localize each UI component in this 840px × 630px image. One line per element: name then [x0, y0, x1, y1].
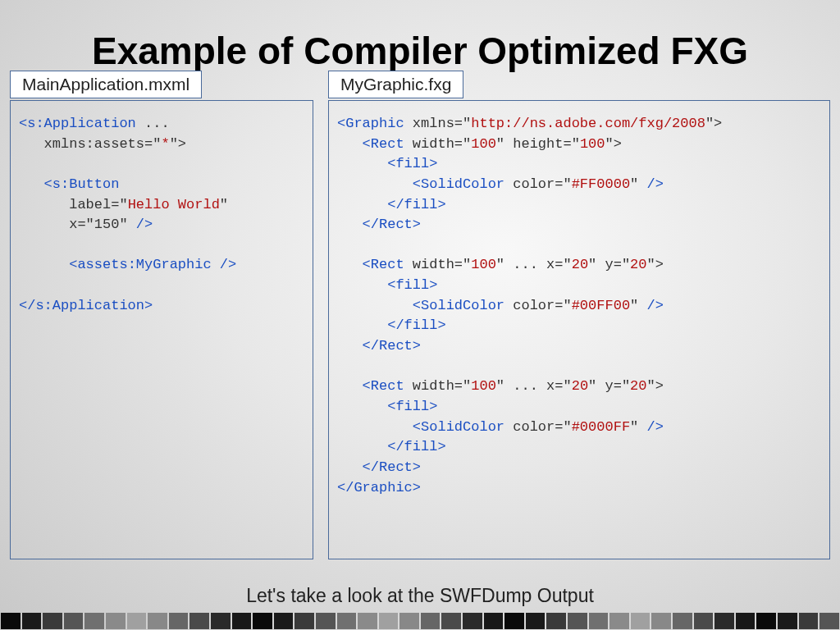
decorative-square — [819, 613, 839, 629]
code-token: "> — [647, 257, 664, 272]
code-token — [337, 176, 413, 192]
code-token: <assets:MyGraphic /> — [69, 257, 236, 272]
code-token: <fill> — [387, 156, 437, 171]
decorative-square — [274, 613, 294, 629]
code-token — [337, 277, 387, 293]
decorative-square — [651, 613, 671, 629]
decorative-square — [64, 613, 84, 629]
code-token — [337, 399, 387, 414]
decorative-square — [189, 613, 209, 629]
decorative-square — [84, 613, 104, 629]
code-token: color=" — [513, 176, 571, 192]
code-token: <Rect — [363, 257, 413, 272]
decorative-square — [631, 613, 651, 629]
code-token: <fill> — [387, 399, 437, 414]
decorative-square — [736, 613, 756, 629]
code-token: </fill> — [387, 197, 445, 212]
left-panel-title: MainApplication.mxml — [10, 71, 202, 98]
decorative-square — [526, 613, 546, 629]
decorative-square — [421, 613, 441, 629]
decorative-squares — [0, 612, 840, 630]
decorative-square — [253, 613, 272, 629]
decorative-square — [169, 613, 189, 629]
decorative-square — [694, 613, 714, 629]
code-token: " — [630, 298, 646, 313]
code-token: </fill> — [387, 317, 445, 333]
decorative-square — [232, 613, 252, 629]
code-token: </Graphic> — [337, 480, 421, 495]
code-token — [19, 176, 44, 192]
decorative-square — [294, 613, 314, 629]
decorative-square — [609, 613, 629, 629]
code-token — [337, 419, 413, 435]
code-token — [337, 317, 387, 333]
code-token: 20 — [572, 257, 588, 272]
code-token: " — [220, 197, 228, 212]
decorative-square — [546, 613, 566, 629]
code-token: /> — [647, 298, 664, 313]
code-token: <Graphic — [337, 116, 413, 131]
code-token: " y=" — [588, 257, 630, 272]
code-token — [337, 298, 413, 313]
code-token: 100 — [471, 257, 496, 272]
decorative-square — [673, 613, 692, 629]
decorative-square — [399, 613, 419, 629]
decorative-square — [211, 613, 231, 629]
code-token: " height=" — [496, 136, 580, 152]
decorative-square — [127, 613, 147, 629]
code-token — [337, 459, 363, 475]
code-token: "> — [647, 378, 664, 394]
code-token: 20 — [572, 378, 588, 394]
code-token: <s:Button — [44, 176, 120, 192]
code-token: <Rect — [363, 378, 413, 394]
code-token — [337, 136, 363, 152]
decorative-square — [316, 613, 336, 629]
decorative-square — [358, 613, 377, 629]
code-token: <SolidColor — [413, 298, 513, 313]
decorative-square — [589, 613, 609, 629]
code-token: 100 — [471, 136, 496, 152]
code-token: width=" — [413, 257, 471, 272]
decorative-square — [714, 613, 734, 629]
footer-text: Let's take a look at the SWFDump Output — [0, 585, 840, 607]
code-token — [337, 378, 363, 394]
code-token: <SolidColor — [413, 419, 513, 435]
code-token: width=" — [413, 136, 471, 152]
right-panel: MyGraphic.fxg <Graphic xmlns="http://ns.… — [328, 85, 830, 559]
code-token — [337, 156, 387, 171]
code-token: " ... x=" — [496, 257, 572, 272]
code-token — [337, 197, 387, 212]
decorative-square — [504, 613, 524, 629]
code-token: #00FF00 — [572, 298, 630, 313]
code-token: " — [630, 419, 646, 435]
code-token: </Rect> — [363, 459, 421, 475]
code-token: 100 — [580, 136, 605, 152]
code-token: http://ns.adobe.com/fxg/2008 — [471, 116, 705, 131]
right-code-block: <Graphic xmlns="http://ns.adobe.com/fxg/… — [328, 100, 830, 559]
decorative-square — [756, 613, 776, 629]
decorative-square — [778, 613, 797, 629]
code-token: 20 — [630, 257, 646, 272]
code-token: #FF0000 — [572, 176, 630, 192]
code-token: "> — [705, 116, 722, 131]
code-token: </Rect> — [363, 217, 421, 232]
right-panel-title: MyGraphic.fxg — [328, 71, 463, 98]
code-token: xmlns:assets=" — [19, 136, 161, 152]
code-token: </s:Application> — [19, 298, 153, 313]
code-token — [337, 217, 363, 232]
code-token: "> — [170, 136, 186, 152]
code-token: <SolidColor — [413, 176, 513, 192]
code-token — [19, 257, 69, 272]
code-token: xmlns=" — [413, 116, 471, 131]
decorative-square — [463, 613, 482, 629]
code-token: "> — [605, 136, 622, 152]
code-token: x="150" — [19, 217, 136, 232]
decorative-square — [799, 613, 819, 629]
code-token: <fill> — [387, 277, 437, 293]
decorative-square — [441, 613, 461, 629]
code-token: /> — [647, 419, 664, 435]
code-token — [337, 257, 363, 272]
code-token: 100 — [471, 378, 496, 394]
code-token: label=" — [19, 197, 128, 212]
decorative-square — [337, 613, 357, 629]
